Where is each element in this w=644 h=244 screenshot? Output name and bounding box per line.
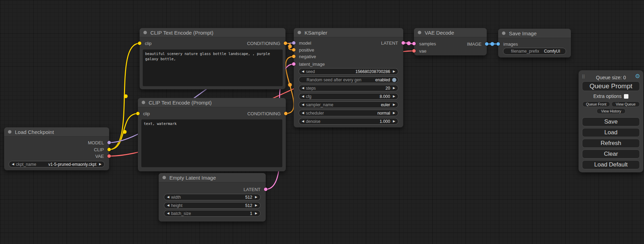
collapse-dot-icon[interactable] — [143, 31, 147, 34]
node-title-bar[interactable]: CLIP Text Encode (Prompt) — [140, 28, 285, 37]
cfg-widget[interactable]: ◀ cfg 8.000 ▶ — [299, 93, 398, 100]
batch-size-widget[interactable]: ◀ batch_size 1 ▶ — [164, 210, 261, 217]
link-midpoint-dot[interactable] — [288, 45, 292, 48]
ckpt-name-widget[interactable]: ◀ ckpt_name v1-5-pruned-emaonly.ckpt ▶ — [9, 161, 105, 168]
queue-front-button[interactable]: Queue Front — [582, 101, 610, 107]
extra-options-label: Extra options — [593, 93, 622, 99]
widget-label: ckpt_name — [16, 162, 36, 167]
prev-value-arrow-icon[interactable]: ◀ — [167, 196, 169, 199]
random-seed-widget[interactable]: Random seed after every gen enabled — [299, 76, 398, 83]
latent-image-input-port[interactable] — [292, 62, 295, 66]
samples-input-port[interactable] — [412, 42, 416, 45]
sampler-name-widget[interactable]: ◀ sampler_name euler ▶ — [299, 101, 398, 108]
enabled-toggle-icon[interactable] — [392, 78, 396, 82]
save-button[interactable]: Save — [582, 117, 640, 126]
latent-output-port[interactable] — [264, 188, 267, 191]
seed-widget[interactable]: ◀ seed 156680208700286 ▶ — [299, 68, 398, 75]
positive-prompt-textarea[interactable]: beautiful scenery nature glass bottle la… — [143, 49, 283, 86]
denoise-widget[interactable]: ◀ denoise 1.000 ▶ — [299, 118, 398, 125]
node-title-bar[interactable]: Empty Latent Image — [159, 173, 266, 182]
node-title-bar[interactable]: Load Checkpoint — [4, 127, 109, 137]
settings-gear-icon[interactable]: ⚙ — [635, 73, 640, 79]
conditioning-output-port[interactable] — [284, 112, 288, 115]
load-button[interactable]: Load — [582, 128, 640, 137]
collapse-dot-icon[interactable] — [418, 31, 421, 34]
link-midpoint-dot[interactable] — [491, 42, 494, 46]
conditioning-output-port[interactable] — [284, 42, 287, 45]
node-save-image[interactable]: Save Image images filename_prefix ComfyU… — [498, 29, 571, 57]
widget-label: denoise — [306, 119, 320, 124]
next-value-arrow-icon[interactable]: ▶ — [255, 204, 257, 207]
node-title-bar[interactable]: Save Image — [498, 29, 571, 38]
prev-value-arrow-icon[interactable]: ◀ — [302, 120, 304, 123]
node-title-bar[interactable]: VAE Decode — [414, 28, 487, 37]
collapse-dot-icon[interactable] — [162, 176, 166, 179]
next-value-arrow-icon[interactable]: ▶ — [393, 95, 395, 98]
prev-value-arrow-icon[interactable]: ◀ — [302, 87, 304, 90]
negative-prompt-textarea[interactable]: text, watermark — [141, 119, 282, 167]
vae-output-port[interactable] — [107, 154, 111, 158]
clear-button[interactable]: Clear — [582, 150, 640, 159]
scheduler-widget[interactable]: ◀ scheduler normal ▶ — [299, 110, 398, 116]
clip-input-port[interactable] — [136, 112, 140, 115]
clip-output-port[interactable] — [107, 148, 111, 151]
prev-value-arrow-icon[interactable]: ◀ — [302, 111, 304, 115]
prev-value-arrow-icon[interactable]: ◀ — [167, 204, 169, 207]
next-value-arrow-icon[interactable]: ▶ — [393, 120, 395, 123]
prev-value-arrow-icon[interactable]: ◀ — [302, 103, 304, 106]
filename-prefix-widget[interactable]: filename_prefix ComfyUI — [503, 48, 566, 55]
width-widget[interactable]: ◀ width 512 ▶ — [164, 194, 261, 200]
input-label-samples: samples — [419, 41, 436, 46]
collapse-dot-icon[interactable] — [142, 101, 145, 104]
output-label-latent: LATENT — [244, 187, 261, 192]
link-midpoint-dot[interactable] — [288, 83, 292, 87]
widget-label: width — [171, 195, 181, 200]
queue-prompt-button[interactable]: Queue Prompt — [582, 81, 640, 91]
steps-widget[interactable]: ◀ steps 20 ▶ — [299, 85, 398, 91]
images-input-port[interactable] — [496, 42, 500, 46]
view-queue-button[interactable]: View Queue — [611, 101, 640, 107]
next-value-arrow-icon[interactable]: ▶ — [393, 103, 395, 106]
height-widget[interactable]: ◀ height 512 ▶ — [164, 202, 261, 209]
node-title-bar[interactable]: CLIP Text Encode (Prompt) — [138, 98, 286, 107]
node-vae-decode[interactable]: VAE Decode samples vae IMAGE — [414, 28, 487, 55]
collapse-dot-icon[interactable] — [8, 130, 11, 134]
negative-input-port[interactable] — [292, 55, 295, 58]
positive-input-port[interactable] — [292, 48, 295, 52]
comfyui-canvas[interactable]: { "colors": { "model": "#B39DDB", "clip"… — [0, 0, 644, 244]
model-input-port[interactable] — [292, 41, 295, 45]
prev-value-arrow-icon[interactable]: ◀ — [167, 212, 169, 215]
node-load-checkpoint[interactable]: Load Checkpoint MODEL CLIP VAE ◀ ckpt_na… — [4, 127, 109, 170]
load-default-button[interactable]: Load Default — [582, 160, 640, 169]
prev-value-arrow-icon[interactable]: ◀ — [302, 70, 304, 73]
next-value-arrow-icon[interactable]: ▶ — [393, 70, 395, 73]
node-clip-text-encode-positive[interactable]: CLIP Text Encode (Prompt) clip CONDITION… — [140, 28, 285, 89]
next-value-arrow-icon[interactable]: ▶ — [255, 196, 257, 199]
collapse-dot-icon[interactable] — [502, 31, 505, 35]
image-output-port[interactable] — [485, 42, 488, 46]
link-midpoint-dot[interactable] — [407, 42, 411, 45]
next-value-arrow-icon[interactable]: ▶ — [393, 87, 395, 90]
input-label-clip: clip — [143, 111, 150, 116]
widget-label: sampler_name — [306, 102, 333, 107]
node-ksampler[interactable]: KSampler model positive negative latent_… — [294, 28, 403, 127]
node-clip-text-encode-negative[interactable]: CLIP Text Encode (Prompt) clip CONDITION… — [138, 98, 286, 171]
next-value-arrow-icon[interactable]: ▶ — [393, 111, 395, 115]
model-output-port[interactable] — [107, 141, 111, 144]
link-midpoint-dot[interactable] — [123, 130, 127, 134]
prev-value-arrow-icon[interactable]: ◀ — [12, 163, 14, 166]
next-value-arrow-icon[interactable]: ▶ — [99, 163, 102, 166]
latent-output-port[interactable] — [402, 41, 405, 45]
output-label-clip: CLIP — [94, 147, 104, 152]
link-midpoint-dot[interactable] — [124, 94, 128, 98]
clip-input-port[interactable] — [138, 42, 141, 45]
collapse-dot-icon[interactable] — [298, 31, 301, 34]
view-history-button[interactable]: View History — [597, 108, 626, 114]
refresh-button[interactable]: Refresh — [582, 139, 640, 148]
prev-value-arrow-icon[interactable]: ◀ — [302, 95, 304, 98]
vae-input-port[interactable] — [412, 49, 416, 53]
node-empty-latent-image[interactable]: Empty Latent Image LATENT ◀ width 512 ▶ … — [159, 173, 266, 222]
next-value-arrow-icon[interactable]: ▶ — [255, 212, 257, 215]
node-title-bar[interactable]: KSampler — [294, 28, 403, 37]
extra-options-checkbox[interactable] — [624, 94, 628, 99]
